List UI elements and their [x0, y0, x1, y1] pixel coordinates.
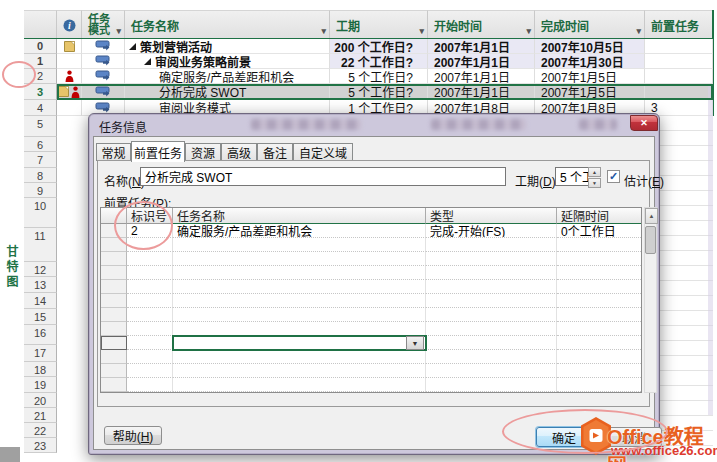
tab-general[interactable]: 常规	[96, 143, 131, 161]
grid-cell-name[interactable]	[173, 280, 426, 294]
task-cell-start[interactable]: 2007年1月1日	[428, 84, 535, 100]
task-cell-num[interactable]: 2	[24, 69, 57, 84]
task-cell-pred[interactable]	[645, 84, 713, 100]
grid-cell-type[interactable]	[426, 252, 557, 266]
grid-cell-name[interactable]	[173, 252, 426, 266]
col-header-finish[interactable]: 完成时间 ▾	[535, 10, 645, 39]
grid-cell-id[interactable]	[127, 364, 173, 378]
row-number-cell[interactable]: 22	[24, 423, 57, 438]
outline-expand-icon[interactable]	[129, 43, 136, 50]
grid-cell-lag[interactable]	[557, 378, 642, 392]
grid-cell-gut[interactable]	[101, 280, 127, 294]
task-cell-name[interactable]: 分析完成 SWOT	[125, 84, 330, 100]
grid-cell-gut[interactable]	[101, 224, 127, 238]
task-cell-num[interactable]: 4	[24, 100, 57, 116]
scrollbar-thumb[interactable]	[645, 226, 656, 254]
task-name-input[interactable]: 分析完成 SWOT	[140, 167, 506, 186]
grid-cell-gut[interactable]	[101, 350, 127, 364]
tab-advanced[interactable]: 高级	[221, 143, 257, 161]
spinner-up-icon[interactable]: ▲	[588, 167, 601, 177]
grid-cell-name[interactable]	[173, 322, 426, 336]
row-number-cell[interactable]: 17	[24, 345, 57, 362]
grid-cell-gut[interactable]	[101, 322, 127, 336]
task-cell-mode[interactable]	[82, 39, 125, 54]
grid-cell-name[interactable]	[173, 294, 426, 308]
task-cell-duration[interactable]: 5 个工作日?	[330, 84, 428, 100]
grid-cell-name[interactable]	[173, 350, 426, 364]
grid-cell-gut[interactable]	[101, 308, 127, 322]
task-cell-num[interactable]: 3	[24, 84, 57, 100]
grid-cell-id[interactable]	[127, 280, 173, 294]
grid-cell-type[interactable]	[426, 322, 557, 336]
task-cell-mode[interactable]	[82, 84, 125, 100]
grid-cell-name[interactable]	[173, 266, 426, 280]
task-cell-mode[interactable]	[82, 54, 125, 69]
grid-cell-type[interactable]	[426, 308, 557, 322]
row-number-cell[interactable]: 14	[24, 293, 57, 309]
task-cell-mode[interactable]	[82, 69, 125, 84]
filter-arrow-icon[interactable]: ▾	[526, 27, 531, 36]
grid-cell-type[interactable]	[426, 266, 557, 280]
tab-custom-fields[interactable]: 自定义域	[293, 143, 353, 161]
dialog-title[interactable]: 任务信息	[99, 118, 147, 135]
task-cell-info[interactable]	[57, 69, 82, 84]
task-cell-duration[interactable]: 5 个工作日?	[330, 69, 428, 84]
grid-cell-name[interactable]	[173, 378, 426, 392]
grid-cell-id[interactable]	[127, 252, 173, 266]
grid-cell-type[interactable]	[426, 294, 557, 308]
grid-cell-lag[interactable]	[557, 294, 642, 308]
grid-cell-type[interactable]	[426, 350, 557, 364]
grid-cell-type[interactable]	[426, 280, 557, 294]
filter-arrow-icon[interactable]: ▾	[116, 27, 121, 36]
grid-cell-lag[interactable]	[557, 336, 642, 350]
grid-cell-lag[interactable]	[557, 350, 642, 364]
task-cell-pred[interactable]	[645, 39, 713, 54]
row-number-cell[interactable]: 16	[24, 325, 57, 345]
grid-cell-id[interactable]	[127, 308, 173, 322]
grid-cell-id[interactable]	[127, 266, 173, 280]
grid-cell-id[interactable]	[127, 350, 173, 364]
grid-scrollbar[interactable]: ▲	[644, 207, 657, 393]
task-cell-duration[interactable]: 22 个工作日?	[330, 54, 428, 69]
row-number-cell[interactable]: 6	[24, 137, 57, 152]
tab-resources[interactable]: 资源	[185, 143, 221, 161]
help-button[interactable]: 帮助(H)	[104, 426, 162, 445]
grid-cell-id[interactable]	[127, 238, 173, 252]
row-number-cell[interactable]: 8	[24, 168, 57, 183]
row-number-cell[interactable]: 5	[24, 116, 57, 137]
grid-cell-gut[interactable]	[101, 238, 127, 252]
task-cell-pred[interactable]	[645, 69, 713, 84]
task-cell-name[interactable]: 审阅业务策略前景	[125, 54, 330, 69]
grid-cell-id[interactable]: 2	[127, 224, 173, 238]
task-cell-start[interactable]: 2007年1月1日	[428, 39, 535, 54]
tab-predecessors[interactable]: 前置任务	[131, 141, 185, 162]
row-number-cell[interactable]: 12	[24, 262, 57, 277]
task-cell-name[interactable]: 确定服务/产品差距和机会	[125, 69, 330, 84]
dropdown-arrow-icon[interactable]: ▼	[406, 336, 424, 350]
row-number-cell[interactable]: 7	[24, 152, 57, 168]
task-cell-pred[interactable]	[645, 54, 713, 69]
task-cell-info[interactable]	[57, 84, 82, 100]
filter-arrow-icon[interactable]: ▾	[636, 27, 641, 36]
grid-cell-gut[interactable]	[101, 266, 127, 280]
row-number-cell[interactable]: 19	[24, 377, 57, 393]
task-cell-finish[interactable]: 2007年1月30日	[535, 54, 645, 69]
grid-cell-lag[interactable]	[557, 322, 642, 336]
task-cell-info[interactable]	[57, 54, 82, 69]
col-header-info[interactable]: i	[57, 10, 82, 39]
task-cell-duration[interactable]: 200 个工作日?	[330, 39, 428, 54]
grid-active-cell[interactable]: ▼	[172, 335, 427, 351]
row-number-cell[interactable]: 13	[24, 277, 57, 293]
grid-cell-lag[interactable]	[557, 280, 642, 294]
estimate-checkbox[interactable]: ✓	[607, 170, 620, 183]
task-cell-finish[interactable]: 2007年1月5日	[535, 84, 645, 100]
task-cell-finish[interactable]: 2007年10月5日	[535, 39, 645, 54]
row-number-cell[interactable]: 15	[24, 309, 57, 325]
grid-cell-id[interactable]	[127, 322, 173, 336]
task-cell-start[interactable]: 2007年1月1日	[428, 54, 535, 69]
grid-cell-lag[interactable]	[557, 364, 642, 378]
task-cell-start[interactable]: 2007年1月1日	[428, 69, 535, 84]
grid-cell-gut[interactable]	[101, 294, 127, 308]
row-number-cell[interactable]: 21	[24, 408, 57, 423]
grid-cell-type[interactable]: 完成-开始(FS)	[426, 224, 557, 238]
